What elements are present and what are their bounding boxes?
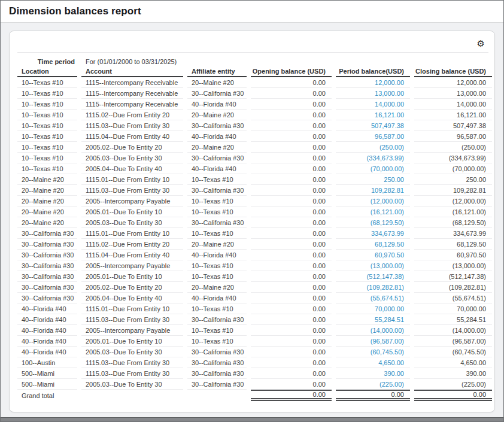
account-cell: 2005--Intercompany Payable xyxy=(81,196,183,207)
period-balance-link[interactable]: (96,587.00) xyxy=(336,336,410,347)
table-row: 30--California #302005--Intercompany Pay… xyxy=(17,260,492,271)
period-balance-link[interactable]: 4,650.00 xyxy=(336,357,410,368)
period-balance-link[interactable]: 12,000.00 xyxy=(336,77,410,88)
period-balance-link[interactable]: 60,970.50 xyxy=(336,250,410,260)
column-header-location: Location xyxy=(17,66,77,77)
period-balance-link[interactable]: (13,000.00) xyxy=(336,260,410,271)
period-balance-link[interactable]: 16,121.00 xyxy=(336,110,410,120)
table-row: 30--California #302005.04--Due To Entity… xyxy=(17,293,492,303)
period-balance-link[interactable]: 96,587.00 xyxy=(336,131,410,142)
period-balance-link[interactable]: (55,674.51) xyxy=(336,293,410,303)
location-cell: 30--California #30 xyxy=(17,228,77,239)
closing-balance-cell: (109,282.81) xyxy=(414,282,492,293)
report-table-body: 10--Texas #101115--Intercompany Receivab… xyxy=(17,77,492,390)
table-row: 30--California #302005.01--Due To Entity… xyxy=(17,271,492,282)
account-cell: 2005.04--Due To Entity 40 xyxy=(81,163,183,174)
table-row: 40--Florida #401115.03--Due From Entity … xyxy=(17,314,492,325)
location-cell: 30--California #30 xyxy=(17,282,77,293)
table-row: 10--Texas #101115.02--Due From Entity 20… xyxy=(17,110,492,120)
opening-balance-cell: 0.00 xyxy=(251,271,332,282)
closing-balance-cell: (334,673.99) xyxy=(414,153,492,163)
gear-icon[interactable]: ⚙ xyxy=(477,40,485,48)
column-header-affiliate: Affiliate entity xyxy=(187,66,247,77)
opening-balance-cell: 0.00 xyxy=(251,347,332,357)
location-cell: 40--Florida #40 xyxy=(17,336,77,347)
period-balance-link[interactable]: 70,000.00 xyxy=(336,303,410,314)
location-cell: 500--Miami xyxy=(17,368,77,379)
table-row: 20--Maine #202005.01--Due To Entity 1010… xyxy=(17,207,492,217)
account-cell: 1115.03--Due From Entity 30 xyxy=(81,357,183,368)
table-row: 500--Miami2005.03--Due To Entity 3030--C… xyxy=(17,379,492,390)
period-balance-link[interactable]: (70,000.00) xyxy=(336,163,410,174)
location-cell: 30--California #30 xyxy=(17,293,77,303)
closing-balance-cell: 96,587.00 xyxy=(414,131,492,142)
affiliate-cell: 30--California #30 xyxy=(187,357,247,368)
location-cell: 20--Maine #20 xyxy=(17,185,77,196)
closing-balance-cell: 334,673.99 xyxy=(414,228,492,239)
closing-balance-cell: (68,129.50) xyxy=(414,217,492,228)
period-balance-link[interactable]: 250.00 xyxy=(336,174,410,185)
opening-balance-cell: 0.00 xyxy=(251,217,332,228)
period-balance-link[interactable]: (68,129.50) xyxy=(336,217,410,228)
opening-balance-cell: 0.00 xyxy=(251,314,332,325)
location-cell: 40--Florida #40 xyxy=(17,347,77,357)
opening-balance-cell: 0.00 xyxy=(251,174,332,185)
closing-balance-cell: 13,000.00 xyxy=(414,88,492,99)
period-balance-link[interactable]: 68,129.50 xyxy=(336,239,410,250)
account-cell: 2005.01--Due To Entity 10 xyxy=(81,336,183,347)
period-balance-link[interactable]: (334,673.99) xyxy=(336,153,410,163)
period-balance-link[interactable]: (225.00) xyxy=(336,379,410,390)
closing-balance-cell: (13,000.00) xyxy=(414,260,492,271)
grand-total-closing-balance: 0.00 xyxy=(414,390,492,401)
period-balance-link[interactable]: 14,000.00 xyxy=(336,99,410,110)
period-balance-link[interactable]: (14,000.00) xyxy=(336,325,410,336)
period-balance-link[interactable]: (512,147.38) xyxy=(336,271,410,282)
account-cell: 1115.03--Due From Entity 30 xyxy=(81,314,183,325)
opening-balance-cell: 0.00 xyxy=(251,250,332,260)
account-cell: 2005.03--Due To Entity 30 xyxy=(81,153,183,163)
location-cell: 10--Texas #10 xyxy=(17,99,77,110)
period-balance-link[interactable]: 109,282.81 xyxy=(336,185,410,196)
affiliate-cell: 40--Florida #40 xyxy=(187,131,247,142)
period-balance-link[interactable]: 55,284.51 xyxy=(336,314,410,325)
account-cell: 2005.02--Due To Entity 20 xyxy=(81,142,183,153)
location-cell: 10--Texas #10 xyxy=(17,110,77,120)
opening-balance-cell: 0.00 xyxy=(251,293,332,303)
opening-balance-cell: 0.00 xyxy=(251,207,332,217)
location-cell: 10--Texas #10 xyxy=(17,88,77,99)
opening-balance-cell: 0.00 xyxy=(251,196,332,207)
grand-total-opening-balance: 0.00 xyxy=(251,390,332,401)
period-balance-link[interactable]: 507,497.38 xyxy=(336,120,410,131)
location-cell: 40--Florida #40 xyxy=(17,303,77,314)
opening-balance-cell: 0.00 xyxy=(251,357,332,368)
table-row: 20--Maine #201115.03--Due From Entity 30… xyxy=(17,185,492,196)
affiliate-cell: 10--Texas #10 xyxy=(187,271,247,282)
closing-balance-cell: 14,000.00 xyxy=(414,99,492,110)
location-cell: 10--Texas #10 xyxy=(17,131,77,142)
period-balance-link[interactable]: (16,121.00) xyxy=(336,207,410,217)
affiliate-cell: 30--California #30 xyxy=(187,88,247,99)
page-header: Dimension balances report xyxy=(1,1,503,23)
period-balance-link[interactable]: 390.00 xyxy=(336,368,410,379)
period-balance-link[interactable]: (12,000.00) xyxy=(336,196,410,207)
opening-balance-cell: 0.00 xyxy=(251,88,332,99)
opening-balance-cell: 0.00 xyxy=(251,153,332,163)
closing-balance-cell: 60,970.50 xyxy=(414,250,492,260)
period-balance-link[interactable]: (109,282.81) xyxy=(336,282,410,293)
location-cell: 40--Florida #40 xyxy=(17,314,77,325)
column-header-opening-balance: Opening balance (USD) xyxy=(251,66,332,77)
affiliate-cell: 10--Texas #10 xyxy=(187,228,247,239)
period-balance-link[interactable]: (60,745.50) xyxy=(336,347,410,357)
period-balance-link[interactable]: (250.00) xyxy=(336,142,410,153)
grand-total-row: Grand total 0.00 0.00 0.00 xyxy=(17,390,492,401)
account-cell: 2005--Intercompany Payable xyxy=(81,325,183,336)
period-balance-link[interactable]: 334,673.99 xyxy=(336,228,410,239)
location-cell: 20--Maine #20 xyxy=(17,196,77,207)
closing-balance-cell: (60,745.50) xyxy=(414,347,492,357)
affiliate-cell: 10--Texas #10 xyxy=(187,325,247,336)
grand-total-period-balance: 0.00 xyxy=(336,390,410,401)
table-row: 30--California #301115.02--Due From Enti… xyxy=(17,239,492,250)
period-balance-link[interactable]: 13,000.00 xyxy=(336,88,410,99)
account-cell: 1115.04--Due From Entity 40 xyxy=(81,250,183,260)
table-row: 40--Florida #401115.01--Due From Entity … xyxy=(17,303,492,314)
